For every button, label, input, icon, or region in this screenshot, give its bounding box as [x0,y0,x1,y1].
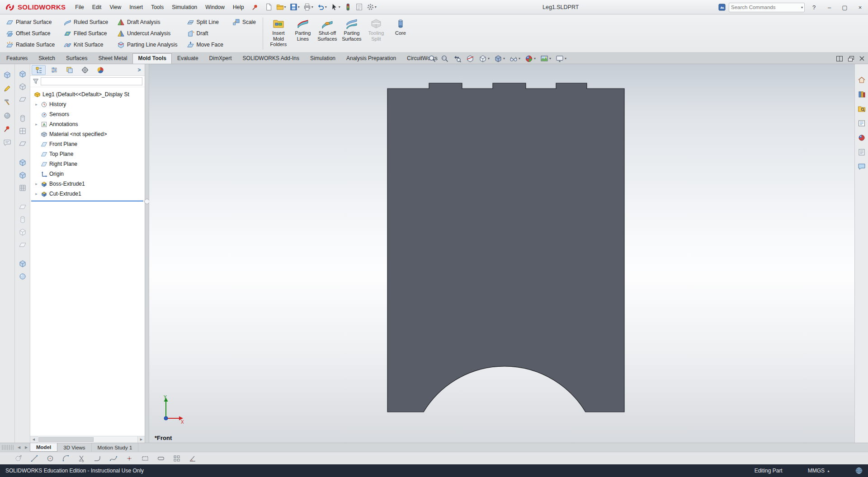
design-library-button[interactable] [856,89,867,99]
tab-analysis-preparation[interactable]: Analysis Preparation [341,53,401,64]
tab-features[interactable]: Features [1,53,33,64]
tab-simulation[interactable]: Simulation [305,53,341,64]
planar-surface-button[interactable]: Planar Surface [4,17,57,28]
tab-sheet-metal[interactable]: Sheet Metal [93,53,132,64]
undercut-analysis-button[interactable]: Undercut Analysis [115,28,179,39]
tree-item-top-plane[interactable]: Top Plane [30,149,145,159]
insert-mold-folders-button[interactable]: Insert Mold Folders [267,16,290,51]
offset-surface-button[interactable]: Offset Surface [4,28,57,39]
tab-scroll-right-button[interactable]: ▶ [23,443,30,452]
parting-lines-button[interactable]: Parting Lines [291,16,315,51]
tree-horizontal-scrollbar[interactable]: ◀ ▶ [30,436,145,443]
close-document-button[interactable] [859,56,864,61]
expand-arrow-icon[interactable]: ▸ [34,192,39,196]
scrollbar-track[interactable] [38,436,137,443]
panel-expand-chevron[interactable]: > [135,67,143,73]
instant2d-button[interactable] [14,454,24,463]
tree-root-item[interactable]: Leg1 (Default<<Default>_Display St [30,89,145,99]
feature-tool-button[interactable] [17,138,28,149]
print-button[interactable]: ▾ [302,2,315,12]
arc-tool-button[interactable] [61,454,71,463]
move-face-button[interactable]: Move Face [185,39,225,50]
open-button[interactable]: ▾ [275,2,288,12]
core-button[interactable]: Core [389,16,412,51]
menu-tools[interactable]: Tools [147,2,168,12]
feature-tool-button[interactable] [17,258,28,269]
propertymanager-tab[interactable] [47,65,61,75]
feature-tool-button[interactable] [17,201,28,212]
pin-menu-button[interactable] [252,4,258,10]
menu-edit[interactable]: Edit [88,2,106,12]
featuremanager-tab[interactable] [32,65,46,75]
section-view-button[interactable] [466,54,475,63]
feature-tool-button[interactable] [17,214,28,224]
tab-motion-study-1[interactable]: Motion Study 1 [92,443,139,452]
help-button[interactable]: ? [808,2,820,12]
marker-tool-button[interactable] [2,124,13,134]
point-tool-button[interactable] [124,454,134,463]
tree-item-front-plane[interactable]: Front Plane [30,139,145,149]
tree-item-origin[interactable]: Origin [30,169,145,179]
file-explorer-button[interactable] [856,104,867,114]
feature-tool-button[interactable] [17,170,28,180]
options-button[interactable]: ▾ [365,2,378,12]
previous-view-button[interactable] [453,54,462,63]
scroll-left-button[interactable]: ◀ [30,436,38,443]
expand-arrow-icon[interactable]: ▸ [34,182,39,186]
feature-tool-button[interactable] [17,126,28,136]
tree-item-material[interactable]: Material <not specified> [30,129,145,139]
filled-surface-button[interactable]: Filled Surface [62,28,110,39]
feature-tool-button[interactable] [17,94,28,104]
search-scope-icon[interactable] [718,4,726,11]
graphics-area[interactable]: Y X *Front [149,64,854,443]
circle-tool-button[interactable] [45,454,55,463]
save-button[interactable]: ▾ [288,2,301,12]
slot-tool-button[interactable] [156,454,166,463]
part-tool-button[interactable] [2,70,13,80]
radiate-surface-button[interactable]: Radiate Surface [4,39,57,50]
tab-3d-views[interactable]: 3D Views [57,443,91,452]
new-document-button[interactable] [264,2,274,12]
edit-appearance-button[interactable]: ▾ [524,54,536,63]
tangent-arc-button[interactable] [93,454,103,463]
pattern-tool-button[interactable] [172,454,182,463]
feature-tool-button[interactable] [17,113,28,123]
tab-evaluate[interactable]: Evaluate [172,53,204,64]
appearances-button[interactable] [856,133,867,143]
feature-tool-button[interactable] [17,81,28,92]
tab-dimxpert[interactable]: DimXpert [204,53,237,64]
scrollbar-thumb[interactable] [38,437,94,442]
expand-arrow-icon[interactable]: ▸ [34,102,39,107]
tree-item-cut-extrude1[interactable]: ▸ Cut-Extrude1 [30,189,145,199]
view-orientation-button[interactable]: ▾ [478,54,490,63]
ruled-surface-button[interactable]: Ruled Surface [62,17,110,28]
feature-tool-button[interactable] [17,69,28,79]
tab-scroll-left-button[interactable]: ◀ [15,443,23,452]
search-caret-icon[interactable]: ▾ [801,5,803,9]
comment-tool-button[interactable] [2,137,13,148]
file-properties-button[interactable] [354,2,364,12]
parting-line-analysis-button[interactable]: Parting Line Analysis [115,39,179,50]
pane-layout-button[interactable] [836,56,843,61]
appearance-tool-button[interactable] [2,110,13,121]
parting-surfaces-button[interactable]: Parting Surfaces [340,16,363,51]
zoom-to-area-button[interactable] [440,54,449,63]
spline-tool-button[interactable] [108,454,118,463]
sketch-tool-button[interactable] [2,83,13,94]
scale-button[interactable]: Scale [231,17,258,28]
rebuild-button[interactable] [343,2,353,12]
tree-item-history[interactable]: ▸ History [30,99,145,109]
menu-insert[interactable]: Insert [125,2,147,12]
menu-file[interactable]: File [71,2,88,12]
select-button[interactable]: ▾ [329,2,342,12]
tree-item-boss-extrude1[interactable]: ▸ Boss-Extrude1 [30,179,145,189]
displaymanager-tab[interactable] [93,65,107,75]
globe-icon[interactable] [855,467,863,474]
line-tool-button[interactable] [29,454,39,463]
scroll-right-button[interactable]: ▶ [137,436,145,443]
tree-item-right-plane[interactable]: Right Plane [30,159,145,169]
draft-analysis-button[interactable]: Draft Analysis [115,17,179,28]
feature-tool-button[interactable] [17,239,28,250]
smart-dimension-button[interactable] [188,454,198,463]
menu-view[interactable]: View [105,2,125,12]
